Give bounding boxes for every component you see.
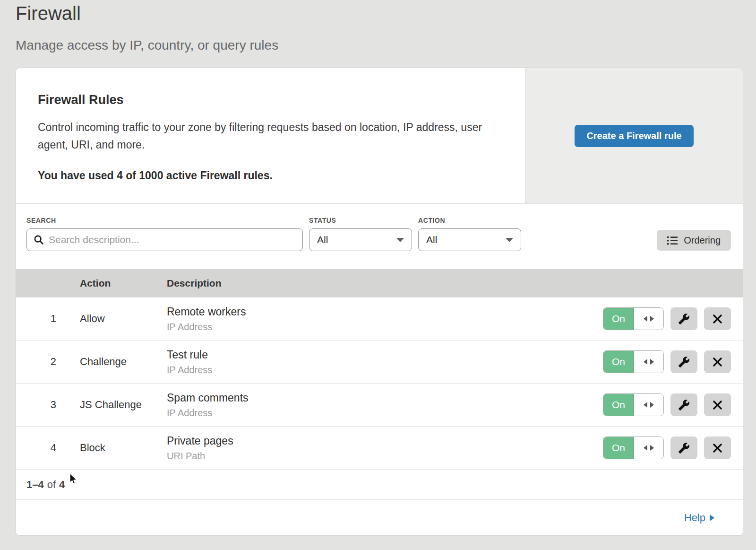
rule-action: Challenge (80, 356, 167, 368)
ordering-list-icon (667, 236, 678, 245)
toggle-handle[interactable] (634, 394, 663, 416)
table-row: 1 Allow Remote workers IP Address On (16, 297, 743, 340)
table-row: 4 Block Private pages URI Path On (16, 427, 743, 470)
firewall-page: { "page": { "title": "Firewall", "subtit… (0, 0, 756, 550)
rule-action: Block (80, 442, 167, 454)
arrow-right-icon (710, 515, 714, 521)
panel-title: Firewall Rules (38, 93, 497, 107)
action-select[interactable]: All (418, 228, 521, 251)
rule-controls: On (603, 350, 731, 373)
wrench-icon (678, 399, 690, 411)
pagination: 1–4 of 4 (16, 470, 743, 499)
rule-description-cell: Test rule IP Address (167, 349, 603, 375)
rule-description-cell: Private pages URI Path (167, 435, 603, 462)
wrench-icon (678, 442, 690, 454)
arrow-left-icon (644, 316, 647, 322)
delete-rule-button[interactable] (704, 350, 731, 373)
table-row: 3 JS Challenge Spam comments IP Address … (16, 384, 743, 427)
card-footer: Help (16, 499, 743, 536)
rule-enabled-toggle[interactable]: On (603, 393, 664, 416)
arrow-left-icon (644, 359, 647, 365)
rule-controls: On (603, 437, 731, 459)
table-header: Action Description (16, 269, 743, 297)
pagination-range: 1–4 (26, 479, 44, 491)
close-icon (713, 314, 722, 324)
rule-description-cell: Spam comments IP Address (167, 392, 603, 419)
action-label: ACTION (418, 217, 445, 224)
ordering-button-label: Ordering (684, 235, 721, 246)
create-firewall-rule-button[interactable]: Create a Firewall rule (575, 125, 694, 147)
arrow-left-icon (644, 402, 647, 408)
column-header-action: Action (80, 278, 167, 289)
rule-priority: 3 (16, 399, 56, 411)
toggle-handle[interactable] (634, 351, 663, 373)
search-box (26, 228, 303, 251)
rule-priority: 2 (16, 356, 56, 368)
rule-enabled-toggle[interactable]: On (603, 307, 664, 330)
wrench-icon (678, 313, 690, 325)
rule-match-field: URI Path (167, 451, 603, 462)
rule-match-field: IP Address (167, 322, 603, 332)
help-link[interactable]: Help (684, 512, 714, 524)
create-rule-panel: Create a Firewall rule (525, 68, 743, 203)
arrow-right-icon (650, 445, 654, 451)
search-input[interactable] (49, 234, 302, 245)
table-row: 2 Challenge Test rule IP Address On (16, 340, 743, 384)
page-title: Firewall (16, 3, 81, 24)
filters-bar: SEARCH STATUS All ACTION All (16, 204, 743, 269)
edit-rule-button[interactable] (670, 393, 697, 416)
rule-description: Private pages (167, 435, 603, 447)
ordering-button[interactable]: Ordering (657, 230, 731, 251)
rule-controls: On (603, 307, 731, 330)
rule-match-field: IP Address (167, 365, 603, 375)
search-label: SEARCH (26, 217, 56, 224)
rule-action: JS Challenge (80, 399, 167, 411)
search-icon (34, 235, 44, 245)
card-header: Firewall Rules Control incoming traffic … (16, 68, 743, 204)
arrow-right-icon (650, 359, 654, 365)
panel-description: Control incoming traffic to your zone by… (38, 119, 487, 154)
toggle-on-label: On (603, 437, 634, 459)
firewall-rules-card: Firewall Rules Control incoming traffic … (16, 68, 743, 536)
chevron-down-icon (396, 238, 404, 242)
rule-match-field: IP Address (167, 408, 603, 419)
close-icon (713, 443, 722, 453)
help-link-label: Help (684, 512, 705, 524)
toggle-on-label: On (603, 351, 634, 373)
arrow-left-icon (644, 445, 647, 451)
page-subtitle: Manage access by IP, country, or query r… (16, 38, 278, 53)
rule-enabled-toggle[interactable]: On (603, 437, 664, 459)
rule-action: Allow (80, 313, 167, 325)
chevron-down-icon (506, 238, 513, 242)
wrench-icon (678, 356, 690, 368)
rule-description: Spam comments (167, 392, 603, 404)
action-selected-value: All (426, 234, 437, 245)
edit-rule-button[interactable] (670, 437, 697, 459)
toggle-handle[interactable] (634, 308, 663, 330)
close-icon (713, 357, 722, 367)
pagination-total: 4 (59, 479, 65, 491)
toggle-handle[interactable] (634, 437, 663, 459)
rule-description-cell: Remote workers IP Address (167, 306, 603, 332)
rule-description: Test rule (167, 349, 603, 361)
pagination-of: of (47, 479, 56, 491)
delete-rule-button[interactable] (704, 437, 731, 459)
rule-enabled-toggle[interactable]: On (603, 350, 664, 373)
rule-description: Remote workers (167, 306, 603, 318)
arrow-right-icon (650, 316, 654, 322)
rule-priority: 1 (16, 313, 56, 325)
arrow-right-icon (650, 402, 654, 408)
toggle-on-label: On (603, 394, 634, 416)
edit-rule-button[interactable] (670, 350, 697, 373)
card-header-text: Firewall Rules Control incoming traffic … (16, 68, 525, 203)
edit-rule-button[interactable] (670, 307, 697, 330)
delete-rule-button[interactable] (704, 307, 731, 330)
panel-usage-text: You have used 4 of 1000 active Firewall … (38, 169, 497, 182)
delete-rule-button[interactable] (704, 393, 731, 416)
status-selected-value: All (317, 234, 328, 245)
close-icon (713, 400, 722, 410)
status-select[interactable]: All (309, 228, 412, 251)
column-header-description: Description (167, 278, 222, 289)
rule-controls: On (603, 393, 731, 416)
toggle-on-label: On (603, 308, 634, 330)
